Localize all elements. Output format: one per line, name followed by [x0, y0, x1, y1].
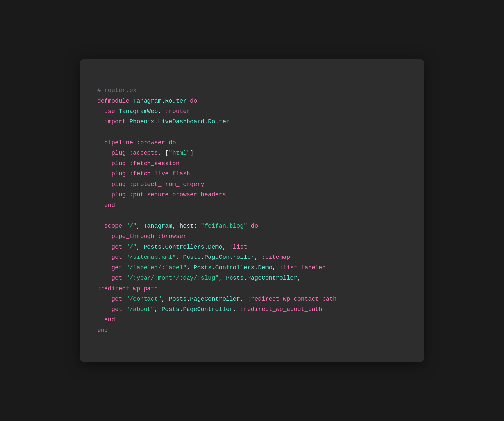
line-plug4: plug :protect_from_forgery — [97, 181, 204, 188]
line-end3: end — [97, 327, 108, 334]
line-use: use TanagramWeb, :router — [97, 108, 190, 115]
line-get2: get "/sitemap.xml", Posts.PageController… — [97, 254, 290, 260]
line-plug3: plug :fetch_live_flash — [97, 170, 190, 177]
code-content: # router.ex defmodule Tanagram.Router do… — [97, 75, 407, 346]
line-plug1: plug :accepts, ["html"] — [97, 150, 194, 156]
line-scope: scope "/", Tanagram, host: "feifan.blog"… — [97, 223, 258, 229]
line-get5: get "/contact", Posts.PageController, :r… — [97, 296, 337, 302]
line-plug5: plug :put_secure_browser_headers — [97, 191, 226, 198]
line-redirect-atom: :redirect_wp_path — [97, 285, 158, 292]
line-comment: # router.ex — [97, 87, 137, 94]
line-get6: get "/about", Posts.PageController, :red… — [97, 306, 322, 313]
line-plug2: plug :fetch_session — [97, 160, 179, 167]
code-window: # router.ex defmodule Tanagram.Router do… — [80, 59, 424, 362]
line-pipe-through: pipe_through :browser — [97, 233, 187, 240]
line-pipeline: pipeline :browser do — [97, 139, 176, 146]
line-get1: get "/", Posts.Controllers.Demo, :list — [97, 244, 247, 250]
line-defmodule: defmodule Tanagram.Router do — [97, 98, 197, 104]
line-get3: get "/labeled/:label", Posts.Controllers… — [97, 264, 326, 271]
line-end2: end — [97, 316, 115, 323]
line-end1: end — [97, 202, 115, 209]
line-get4: get "/:year/:month/:day/:slug", Posts.Pa… — [97, 275, 301, 281]
line-import: import Phoenix.LiveDashboard.Router — [97, 118, 230, 125]
